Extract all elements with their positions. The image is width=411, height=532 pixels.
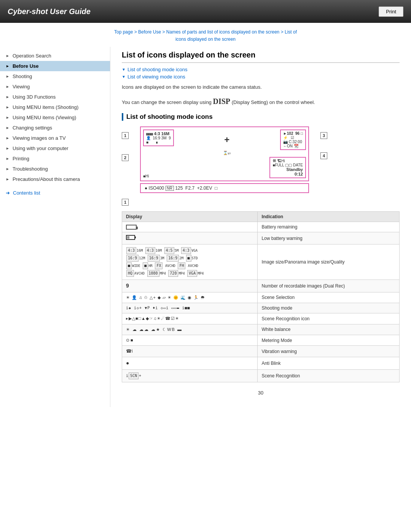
hd-icon: ■	[146, 140, 148, 144]
col-indication: Indication	[258, 212, 400, 222]
breadcrumb-link-before-use[interactable]: Before Use	[138, 29, 161, 35]
indication-scene-recog2: Scene Recognition	[258, 369, 400, 382]
table-row: 9 Number of recordable images (Dual Rec)	[122, 280, 400, 292]
icon-scene-recog2: iSCN+	[122, 369, 258, 382]
indication-battery-low: Low battery warning	[258, 232, 400, 244]
sidebar-item-computer[interactable]: ► Using with your computer	[0, 143, 110, 153]
svg-rect-2	[127, 236, 129, 239]
crosshair-icon: +	[174, 134, 280, 145]
cam-top-right: ►102 96 □ ⚡ ☑ 📷 C:32:00 ←​ON 📆	[280, 129, 306, 155]
indication-number: Number of recordable images (Dual Rec)	[258, 280, 400, 292]
arrow-icon: ►	[6, 115, 10, 120]
icon-scene: ☀ 👤 ♫ ♲ △+ ◆ ▱ ☀ 🌞 🌊 ◉ 🏃 🌨	[122, 292, 258, 303]
sidebar-item-viewing[interactable]: ► Viewing	[0, 81, 110, 92]
hd-hi: ■Hi	[143, 174, 149, 178]
icon-battery	[122, 222, 258, 232]
sidebar-item-before-use[interactable]: ► Before Use	[0, 61, 110, 71]
size-720-icon: 720	[168, 270, 178, 277]
size-vga2-icon: VGA	[187, 270, 197, 277]
arrow-right-icon: ➜	[6, 190, 10, 196]
metering-icons: ⊙ ■	[126, 338, 133, 342]
sidebar-item-changing-settings[interactable]: ► Changing settings	[0, 123, 110, 133]
scene-recog2-icon: iSCN+	[126, 374, 141, 378]
diagram-right-labels: 3 4	[320, 125, 327, 159]
size-std-icon: ■	[186, 255, 191, 262]
size-16m: 4:3 16M	[154, 131, 169, 136]
battery-low-icon	[126, 235, 137, 240]
table-row: Low battery warning	[122, 232, 400, 244]
print-button[interactable]: Print	[379, 6, 403, 17]
contents-list-link[interactable]: ➜ Contents list	[0, 186, 110, 200]
indication-image-size: Image size/Panorama image size/Quality	[258, 244, 400, 280]
person-icon: 👤	[146, 136, 152, 140]
arrow-icon: ►	[6, 85, 10, 89]
triangle-icon: ▼	[122, 67, 126, 72]
nr-box: NR	[166, 186, 174, 191]
icons-table: Display Indication Battery remaining	[122, 211, 400, 382]
sidebar-item-printing[interactable]: ► Printing	[0, 153, 110, 164]
table-row: iSCN+ Scene Recognition	[122, 369, 400, 382]
label-3: 3	[320, 132, 327, 139]
arrow-icon: ►	[6, 136, 10, 140]
svg-rect-1	[135, 236, 136, 238]
main-content: List of icons displayed on the screen ▼ …	[110, 47, 411, 407]
main-layout: ► Operation Search ► Before Use ► Shooti…	[0, 47, 411, 407]
sidebar: ► Operation Search ► Before Use ► Shooti…	[0, 47, 110, 407]
icon-metering: ⊙ ■	[122, 335, 258, 345]
quality-icon: ∎	[150, 140, 158, 144]
battery-display: ▩▩▩	[146, 132, 153, 136]
sidebar-item-viewing-tv[interactable]: ► Viewing images on a TV	[0, 133, 110, 143]
breadcrumb-link-top[interactable]: Top page	[114, 29, 133, 35]
icon-vibration: ☎i	[122, 346, 258, 357]
size-fh-icon: FH	[178, 262, 185, 269]
sidebar-item-menu-viewing[interactable]: ► Using MENU items (Viewing)	[0, 112, 110, 123]
arrow-icon: ►	[6, 95, 10, 99]
size-hq-icon: HQ	[126, 270, 134, 277]
timer-icon: ⌛₁₀	[174, 151, 280, 155]
flash-icon: ⚡ ☑	[283, 136, 294, 140]
cam-bottom-right: 🛠 🏗Hi ■FULL ▢▢ DATE Standby0:12	[269, 157, 306, 178]
cam-bottom-area: ■Hi 🛠 🏗Hi ■FULL ▢▢ DATE Standby0:12	[143, 157, 306, 178]
size-hr-icon: ■	[143, 262, 148, 269]
indication-vibration: Vibration warning	[258, 346, 400, 357]
icon-battery-low	[122, 232, 258, 244]
sidebar-item-precautions[interactable]: ► Precautions/About this camera	[0, 174, 110, 184]
arrow-icon: ►	[6, 54, 10, 58]
label-2: 2	[122, 154, 129, 161]
shooting-mode-icons: i◆ i◇+ ▼P ♦i ◇▭i ▭▭▬ i■■	[126, 306, 190, 310]
sidebar-item-troubleshooting[interactable]: ► Troubleshooting	[0, 164, 110, 174]
sidebar-item-shooting[interactable]: ► Shooting	[0, 71, 110, 81]
viewing-mode-link[interactable]: ▼ List of viewing mode icons	[122, 74, 400, 80]
wb-icons: ☀ ☁ ☁☁ ☁★ ☾WB ▬	[126, 327, 182, 332]
icon-white-balance: ☀ ☁ ☁☁ ☁★ ☾WB ▬	[122, 324, 258, 335]
sidebar-item-operation-search[interactable]: ► Operation Search	[0, 51, 110, 61]
power-icon: ←​ON 📆	[283, 144, 298, 148]
sidebar-item-3d[interactable]: ► Using 3D Functions	[0, 92, 110, 102]
table-row: ▸▶△■□▲◆☞♫☀☄☎☑☀ Scene Recognition icon	[122, 313, 400, 324]
breadcrumb-link-names[interactable]: Names of parts and list of icons display…	[166, 29, 280, 35]
arrow-icon: ►	[6, 177, 10, 181]
box-1-indicator: 1	[122, 199, 129, 206]
bottom-bar-content: ● ISO400 NR 125 F2.7 +2.0EV □	[145, 185, 217, 191]
table-row: Battery remaining	[122, 222, 400, 232]
size-16m-icon: 4:3	[126, 247, 136, 254]
size-wide-icon: ■	[126, 262, 132, 269]
icon-scene-recognition: ▸▶△■□▲◆☞♫☀☄☎☑☀	[122, 313, 258, 324]
shooting-mode-link[interactable]: ▼ List of shooting mode icons	[122, 67, 400, 72]
size-vga-icon: 4:3	[181, 247, 191, 254]
scene-recog-icons: ▸▶△■□▲◆☞♫☀☄☎☑☀	[126, 316, 179, 321]
sidebar-item-menu-shooting[interactable]: ► Using MENU items (Shooting)	[0, 102, 110, 112]
label-1: 1	[122, 132, 129, 139]
table-row: ☀ ☁ ☁☁ ☁★ ☾WB ▬ White balance	[122, 324, 400, 335]
size-10m-icon: 4:3	[145, 247, 155, 254]
indication-wb: White balance	[258, 324, 400, 335]
scene-selection-icons: ☀ 👤 ♫ ♲ △+ ◆ ▱ ☀ 🌞 🌊 ◉ 🏃 🌨	[126, 295, 205, 300]
indication-shooting-mode: Shooting mode	[258, 303, 400, 313]
battery-full-icon	[126, 225, 137, 230]
description-1: Icons are displayed on the screen to ind…	[122, 83, 400, 91]
size-3m-icon: 16:9	[148, 255, 160, 262]
indication-metering: Metering Mode	[258, 335, 400, 345]
size-5m-icon: 4:5	[164, 247, 174, 254]
standby-text: Standby0:12	[272, 167, 303, 176]
camera-screen-top: ▩▩▩ 4:3 16M 👤 16:9 3M 9 ■ ∎ +	[140, 126, 309, 181]
